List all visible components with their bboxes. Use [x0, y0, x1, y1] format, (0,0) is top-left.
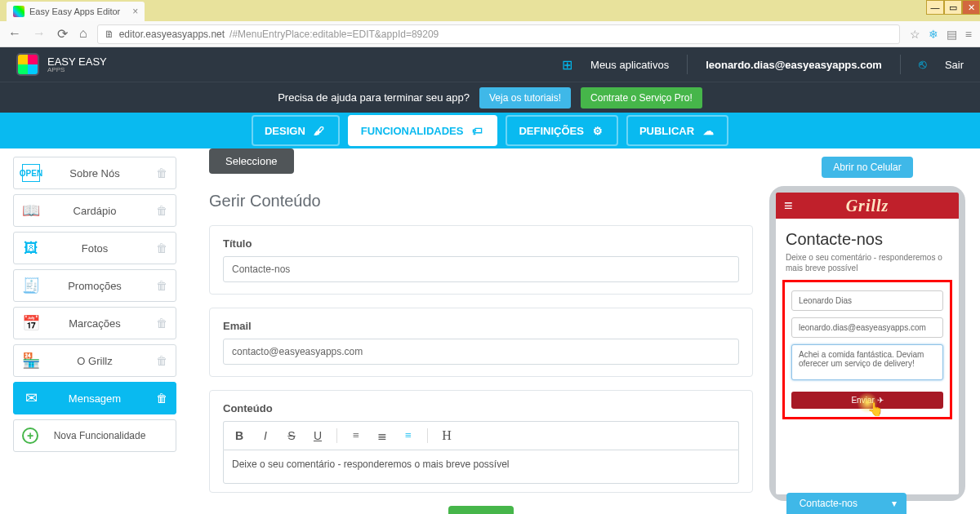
sidebar-item-menu[interactable]: 📖 Cardápio 🗑	[13, 194, 176, 227]
brand-icon	[16, 53, 39, 76]
reload-icon[interactable]: ⟳	[57, 26, 68, 42]
menu-icon[interactable]: ≡	[965, 28, 972, 41]
underline-icon[interactable]: U	[310, 429, 325, 442]
browser-tab-bar: Easy Easy Apps Editor ×	[0, 0, 980, 21]
logout-icon[interactable]: ⎋	[919, 57, 927, 72]
editor-toolbar: B I S U ≡ ≣ ≡ H	[223, 421, 739, 450]
phone-page-title: Contacte-nos	[786, 230, 949, 249]
form-highlight-box: Enviar ✈ 👆	[782, 280, 952, 419]
bottom-dropdown[interactable]: Contacte-nos	[786, 493, 906, 514]
tutorials-button[interactable]: Veja os tutoriais!	[479, 87, 571, 109]
home-icon[interactable]: ⌂	[79, 26, 87, 42]
bold-icon[interactable]: B	[232, 429, 247, 442]
brand-name: EASY EASY	[47, 56, 107, 67]
nav-publish[interactable]: PUBLICAR ☁	[626, 115, 728, 146]
url-input[interactable]: 🗎 editor.easyeasyapps.net/#MenuEntryPlac…	[97, 24, 900, 44]
brand-sub: APPS	[47, 67, 107, 73]
form-group-title: Título	[209, 225, 753, 295]
form-group-email: Email	[209, 308, 753, 377]
trash-icon[interactable]: 🗑	[156, 279, 167, 292]
sidebar-item-promotions[interactable]: 🧾 Promoções 🗑	[13, 269, 176, 302]
save-button[interactable]: Salvar	[448, 506, 514, 514]
tab-close-icon[interactable]: ×	[132, 6, 138, 17]
list-ul-icon[interactable]: ≣	[375, 429, 390, 443]
form-group-content: Conteúdo B I S U ≡ ≣ ≡ H Deixe o seu com…	[209, 390, 753, 493]
url-path: /#MenuEntryPlace:editable=EDIT&appId=892…	[229, 29, 439, 40]
sidebar-item-grillz[interactable]: 🏪 O Grillz 🗑	[13, 344, 176, 377]
tag-icon: 🏷	[470, 123, 484, 138]
trash-icon[interactable]: 🗑	[156, 354, 167, 367]
brand[interactable]: EASY EASY APPS	[16, 53, 107, 76]
trash-icon[interactable]: 🗑	[156, 241, 167, 255]
my-apps-link[interactable]: Meus aplicativos	[590, 59, 669, 71]
cloud-upload-icon: ☁	[701, 123, 715, 138]
logout-link[interactable]: Sair	[945, 59, 964, 71]
sidebar-new-functionality[interactable]: + Nova Funcionalidade	[13, 419, 176, 452]
trash-icon[interactable]: 🗑	[156, 204, 167, 217]
window-close-button[interactable]: ✕	[962, 0, 980, 15]
apps-grid-icon[interactable]: ⊞	[562, 57, 572, 73]
app-header: EASY EASY APPS ⊞ Meus aplicativos leonar…	[0, 47, 980, 82]
preview-name-input[interactable]	[791, 290, 943, 311]
favicon-icon	[13, 6, 24, 17]
tab-title: Easy Easy Apps Editor	[29, 7, 120, 16]
brush-icon: 🖌	[312, 123, 327, 138]
email-input[interactable]	[223, 339, 739, 365]
main-content: Seleccione Gerir Conteúdo Título Email C…	[185, 148, 768, 514]
nav-settings[interactable]: DEFINIÇÕES ⚙	[506, 115, 617, 146]
main-nav: DESIGN 🖌 FUNCIONALIDADES 🏷 DEFINIÇÕES ⚙ …	[0, 113, 980, 148]
sidebar: OPEN Sobre Nós 🗑 📖 Cardápio 🗑 🖼 Fotos 🗑 …	[0, 148, 185, 514]
select-button[interactable]: Seleccione	[209, 148, 294, 174]
content-editor[interactable]: Deixe o seu comentário - responderemos o…	[223, 450, 739, 484]
preview-message-textarea[interactable]	[791, 344, 943, 380]
trash-icon[interactable]: 🗑	[156, 392, 167, 405]
sidebar-item-bookings[interactable]: 📅 Marcações 🗑	[13, 307, 176, 339]
window-controls: — ▭ ✕	[926, 0, 980, 15]
sidebar-item-about[interactable]: OPEN Sobre Nós 🗑	[13, 157, 176, 189]
strikethrough-icon[interactable]: S	[284, 429, 299, 442]
phone-header: ≡ Grillz	[776, 193, 959, 219]
email-label: Email	[223, 320, 739, 332]
nav-functionalities[interactable]: FUNCIONALIDADES 🏷	[348, 115, 498, 146]
title-label: Título	[223, 237, 739, 250]
trash-icon[interactable]: 🗑	[156, 166, 167, 179]
trash-icon[interactable]: 🗑	[156, 317, 167, 330]
phone-app-title: Grillz	[776, 197, 959, 215]
sidebar-item-message[interactable]: ✉ Mensagem 🗑	[13, 382, 176, 414]
gear-icon: ⚙	[590, 123, 605, 138]
preview-email-input[interactable]	[791, 317, 943, 338]
phone-frame: ≡ Grillz Contacte-nos Deixe o seu coment…	[769, 186, 965, 501]
title-input[interactable]	[223, 256, 739, 282]
back-icon[interactable]: ←	[8, 26, 21, 42]
nav-design[interactable]: DESIGN 🖌	[252, 115, 340, 146]
page-icon: 🗎	[105, 29, 114, 40]
preview-column: Abrir no Celular ≡ Grillz Contacte-nos D…	[768, 148, 980, 514]
forward-icon[interactable]: →	[33, 26, 46, 42]
list-ol-icon[interactable]: ≡	[349, 429, 363, 442]
cursor-icon: 👆	[867, 401, 884, 417]
pro-service-button[interactable]: Contrate o Serviço Pro!	[581, 87, 702, 109]
content-label: Conteúdo	[223, 402, 739, 414]
star-icon[interactable]: ☆	[910, 28, 920, 41]
browser-tab[interactable]: Easy Easy Apps Editor ×	[7, 2, 145, 21]
extension-icon[interactable]: ❄	[929, 28, 938, 41]
window-minimize-button[interactable]: —	[926, 0, 944, 15]
content-heading: Gerir Conteúdo	[209, 192, 753, 210]
url-host: editor.easyeasyapps.net	[119, 29, 225, 40]
heading-icon[interactable]: H	[439, 428, 454, 443]
sidebar-item-photos[interactable]: 🖼 Fotos 🗑	[13, 232, 176, 264]
window-maximize-button[interactable]: ▭	[944, 0, 962, 15]
browser-address-bar: ← → ⟳ ⌂ 🗎 editor.easyeasyapps.net/#MenuE…	[0, 21, 980, 47]
align-icon[interactable]: ≡	[401, 429, 416, 442]
preview-send-button[interactable]: Enviar ✈ 👆	[791, 392, 943, 409]
help-bar: Precisa de ajuda para terminar seu app? …	[0, 82, 980, 113]
open-on-phone-button[interactable]: Abrir no Celular	[822, 157, 912, 178]
list-icon[interactable]: ▤	[947, 28, 957, 41]
italic-icon[interactable]: I	[258, 429, 273, 442]
user-email[interactable]: leonardo.dias@easyeasyapps.com	[706, 59, 882, 71]
help-text: Precisa de ajuda para terminar seu app?	[278, 91, 470, 104]
phone-page-subtitle: Deixe o seu comentário - responderemos o…	[786, 252, 949, 273]
